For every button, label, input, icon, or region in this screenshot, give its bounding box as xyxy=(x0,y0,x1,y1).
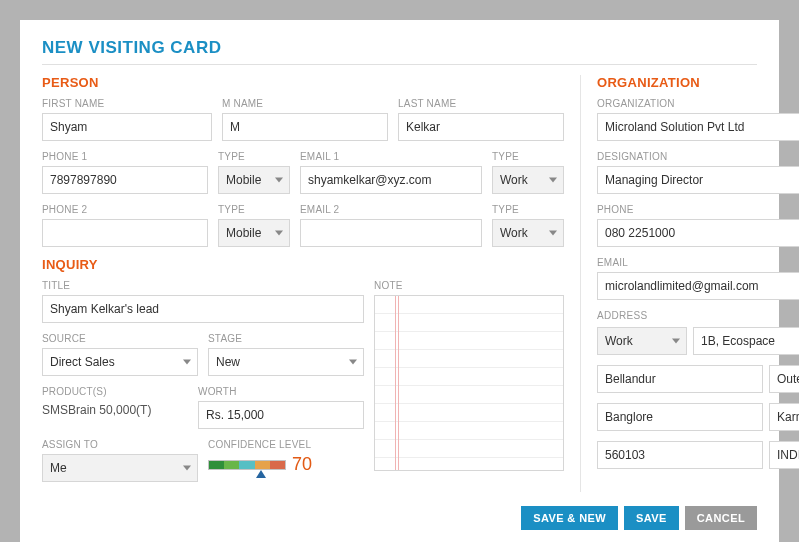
label-organization: ORGANIZATION xyxy=(597,98,799,109)
footer-buttons: SAVE & NEW SAVE CANCEL xyxy=(42,506,757,530)
chevron-down-icon xyxy=(275,176,283,184)
addr-line1-input[interactable] xyxy=(693,327,799,355)
confidence-gauge[interactable] xyxy=(208,460,286,470)
chevron-down-icon xyxy=(549,176,557,184)
label-worth: WORTH xyxy=(198,386,364,397)
addr-zip-input[interactable] xyxy=(597,441,763,469)
label-first-name: FIRST NAME xyxy=(42,98,212,109)
label-phone1: PHONE 1 xyxy=(42,151,208,162)
m-name-input[interactable] xyxy=(222,113,388,141)
label-stage: STAGE xyxy=(208,333,364,344)
chevron-down-icon xyxy=(183,464,191,472)
note-margin-line xyxy=(395,296,399,470)
label-title: TITLE xyxy=(42,280,364,291)
organization-input[interactable] xyxy=(597,113,799,141)
email1-input[interactable] xyxy=(300,166,482,194)
label-phone2: PHONE 2 xyxy=(42,204,208,215)
label-m-name: M NAME xyxy=(222,98,388,109)
label-note: NOTE xyxy=(374,280,564,291)
label-address: ADDRESS xyxy=(597,310,799,321)
label-products: PRODUCT(S) xyxy=(42,386,188,397)
label-org-phone: PHONE xyxy=(597,204,799,215)
designation-input[interactable] xyxy=(597,166,799,194)
email1-type-select[interactable]: Work xyxy=(492,166,564,194)
label-email1: EMAIL 1 xyxy=(300,151,482,162)
addr-country-input[interactable] xyxy=(769,441,799,469)
inquiry-title-input[interactable] xyxy=(42,295,364,323)
gauge-needle-icon xyxy=(256,470,266,478)
addr-type-select[interactable]: Work xyxy=(597,327,687,355)
label-source: SOURCE xyxy=(42,333,198,344)
last-name-input[interactable] xyxy=(398,113,564,141)
chevron-down-icon xyxy=(275,229,283,237)
addr-type-value: Work xyxy=(605,334,633,348)
addr-state-input[interactable] xyxy=(769,403,799,431)
chevron-down-icon xyxy=(183,358,191,366)
email2-type-select[interactable]: Work xyxy=(492,219,564,247)
label-email2: EMAIL 2 xyxy=(300,204,482,215)
addr-locality-input[interactable] xyxy=(597,365,763,393)
assign-to-select[interactable]: Me xyxy=(42,454,198,482)
inquiry-heading: INQUIRY xyxy=(42,257,564,272)
stage-select[interactable]: New xyxy=(208,348,364,376)
divider xyxy=(42,64,757,65)
confidence-value: 70 xyxy=(292,454,312,475)
label-assign-to: ASSIGN TO xyxy=(42,439,198,450)
assign-to-value: Me xyxy=(50,461,67,475)
label-email2-type: TYPE xyxy=(492,204,564,215)
label-confidence: CONFIDENCE LEVEL xyxy=(208,439,364,450)
email2-input[interactable] xyxy=(300,219,482,247)
products-text: SMSBrain 50,000(T) xyxy=(42,401,188,417)
stage-value: New xyxy=(216,355,240,369)
label-org-email: EMAIL xyxy=(597,257,799,268)
chevron-down-icon xyxy=(349,358,357,366)
phone2-type-select[interactable]: Mobile xyxy=(218,219,290,247)
save-button[interactable]: SAVE xyxy=(624,506,679,530)
worth-input[interactable] xyxy=(198,401,364,429)
note-textarea[interactable] xyxy=(374,295,564,471)
email1-type-value: Work xyxy=(500,173,528,187)
label-email1-type: TYPE xyxy=(492,151,564,162)
org-heading: ORGANIZATION xyxy=(597,75,799,90)
chevron-down-icon xyxy=(672,337,680,345)
org-email-input[interactable] xyxy=(597,272,799,300)
email2-type-value: Work xyxy=(500,226,528,240)
addr-city-input[interactable] xyxy=(597,403,763,431)
first-name-input[interactable] xyxy=(42,113,212,141)
label-phone2-type: TYPE xyxy=(218,204,290,215)
source-select[interactable]: Direct Sales xyxy=(42,348,198,376)
page-title: NEW VISITING CARD xyxy=(42,38,757,58)
label-last-name: LAST NAME xyxy=(398,98,564,109)
chevron-down-icon xyxy=(549,229,557,237)
phone1-type-value: Mobile xyxy=(226,173,261,187)
phone2-input[interactable] xyxy=(42,219,208,247)
addr-street-input[interactable] xyxy=(769,365,799,393)
phone2-type-value: Mobile xyxy=(226,226,261,240)
phone1-type-select[interactable]: Mobile xyxy=(218,166,290,194)
save-and-new-button[interactable]: SAVE & NEW xyxy=(521,506,618,530)
org-phone-input[interactable] xyxy=(597,219,799,247)
cancel-button[interactable]: CANCEL xyxy=(685,506,757,530)
source-value: Direct Sales xyxy=(50,355,115,369)
phone1-input[interactable] xyxy=(42,166,208,194)
label-phone1-type: TYPE xyxy=(218,151,290,162)
visiting-card-form: NEW VISITING CARD PERSON FIRST NAME M NA… xyxy=(20,20,779,542)
person-heading: PERSON xyxy=(42,75,564,90)
label-designation: DESIGNATION xyxy=(597,151,799,162)
